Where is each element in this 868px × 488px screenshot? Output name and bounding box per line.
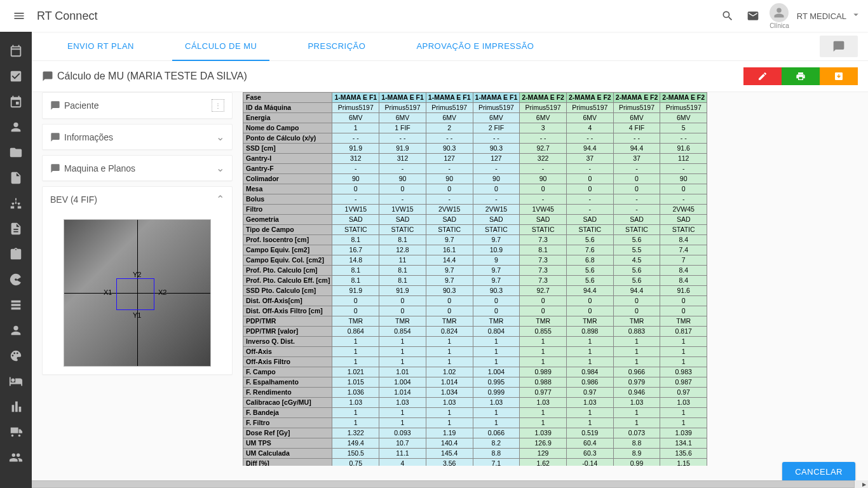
edit-button[interactable] bbox=[743, 67, 782, 85]
mail-icon[interactable] bbox=[740, 3, 766, 29]
table-row: Inverso Q. Dist.11111111 bbox=[243, 337, 707, 347]
row-header: Gantry-I bbox=[243, 154, 332, 164]
table-cell: 1.03 bbox=[473, 398, 520, 408]
table-cell: 1VW15 bbox=[332, 205, 379, 215]
sidebar-item-radiation[interactable] bbox=[0, 267, 32, 292]
export-button[interactable] bbox=[820, 67, 858, 85]
panel-informacoes[interactable]: Informações ⌄ bbox=[43, 125, 232, 149]
hamburger-icon[interactable] bbox=[6, 3, 32, 29]
table-cell: 1 bbox=[520, 408, 567, 418]
table-cell: 1-MAMA E F1 bbox=[473, 93, 520, 103]
sidebar-item-hierarchy[interactable] bbox=[0, 191, 32, 216]
row-header: Nome do Campo bbox=[243, 123, 332, 133]
table-cell: 0 bbox=[613, 306, 660, 316]
panel-maquina[interactable]: Maquina e Planos ⌄ bbox=[43, 156, 232, 180]
table-row: Dose Ref [Gy]1.3220.0931.190.0661.0390.5… bbox=[243, 428, 707, 438]
table-cell: 1 bbox=[520, 357, 567, 367]
row-header: UM Calculada bbox=[243, 449, 332, 459]
table-cell: Primus5197 bbox=[566, 103, 613, 113]
table-cell: 8.1 bbox=[332, 276, 379, 286]
panel-menu-icon[interactable]: ⋮ bbox=[212, 99, 224, 112]
search-icon[interactable] bbox=[715, 3, 740, 29]
sidebar-item-file[interactable] bbox=[0, 165, 32, 191]
tab-aprovacao[interactable]: APROVAÇÃO E IMPRESSÃO bbox=[391, 32, 559, 61]
table-cell: 1 bbox=[332, 337, 379, 347]
chevron-down-icon: ⌄ bbox=[216, 131, 224, 143]
avatar[interactable] bbox=[770, 3, 789, 22]
horizontal-scrollbar[interactable]: ◀ ▶ bbox=[0, 480, 868, 488]
table-cell: 1.004 bbox=[473, 367, 520, 377]
table-cell: 7.3 bbox=[520, 276, 567, 286]
scroll-thumb[interactable] bbox=[0, 480, 855, 488]
row-header: F. Espalhamento bbox=[243, 377, 332, 388]
row-header: UM TPS bbox=[243, 438, 332, 449]
row-header: PDP/TMR bbox=[243, 316, 332, 327]
sidebar-item-server[interactable] bbox=[0, 292, 32, 318]
sidebar-item-chart[interactable] bbox=[0, 394, 32, 419]
table-cell: 1 bbox=[332, 357, 379, 367]
table-cell: STATIC bbox=[520, 225, 567, 235]
tab-envio[interactable]: ENVIO RT PLAN bbox=[42, 32, 159, 61]
table-row: Tipo de CampoSTATICSTATICSTATICSTATICSTA… bbox=[243, 225, 707, 235]
message-icon bbox=[50, 163, 60, 173]
table-cell: TMR bbox=[613, 316, 660, 327]
scroll-right-icon[interactable]: ▶ bbox=[860, 480, 868, 488]
table-cell: - bbox=[426, 194, 473, 205]
table-cell: 1 bbox=[426, 337, 473, 347]
table-cell: 5.6 bbox=[566, 276, 613, 286]
table-cell: 0.864 bbox=[332, 327, 379, 337]
chevron-down-icon[interactable] bbox=[850, 9, 862, 23]
sidebar-item-truck[interactable] bbox=[0, 419, 32, 445]
table-cell: 1 bbox=[332, 408, 379, 418]
sidebar-item-document[interactable] bbox=[0, 216, 32, 241]
tab-prescricao[interactable]: PRESCRIÇÃO bbox=[282, 32, 391, 61]
table-cell: 312 bbox=[332, 154, 379, 164]
sidebar-item-person2[interactable] bbox=[0, 318, 32, 343]
sidebar-item-palette[interactable] bbox=[0, 343, 32, 369]
table-cell: 0.804 bbox=[473, 327, 520, 337]
print-button[interactable] bbox=[782, 67, 820, 85]
table-cell: 1.014 bbox=[426, 377, 473, 388]
table-cell: 1.01 bbox=[379, 367, 426, 377]
sidebar-item-person[interactable] bbox=[0, 114, 32, 140]
table-row: Prof. Pto. Calculo Eff. [cm]8.18.19.79.7… bbox=[243, 276, 707, 286]
sidebar-item-clipboard[interactable] bbox=[0, 241, 32, 267]
table-cell: 0.979 bbox=[613, 377, 660, 388]
table-cell: SAD bbox=[426, 215, 473, 225]
table-cell: 37 bbox=[613, 154, 660, 164]
panel-bev-label: BEV (4 FIF) bbox=[50, 194, 216, 205]
tab-calculo[interactable]: CÁLCULO DE MU bbox=[159, 32, 282, 61]
table-cell: 5.6 bbox=[613, 266, 660, 276]
table-cell: Primus5197 bbox=[332, 103, 379, 113]
sidebar-item-bed[interactable] bbox=[0, 369, 32, 394]
table-cell: - bbox=[520, 194, 567, 205]
row-header: F. Filtro bbox=[243, 418, 332, 428]
table-cell: 9.7 bbox=[473, 235, 520, 245]
table-cell: 1 bbox=[660, 357, 707, 367]
panel-paciente[interactable]: Paciente ⋮ bbox=[43, 93, 232, 118]
sidebar-item-event[interactable] bbox=[0, 89, 32, 114]
table-cell: TMR bbox=[520, 316, 567, 327]
table-cell: 16.1 bbox=[426, 245, 473, 255]
sidebar-item-calendar[interactable] bbox=[0, 38, 32, 64]
table-cell: 0.855 bbox=[520, 327, 567, 337]
table-cell: 0 bbox=[332, 296, 379, 306]
panel-bev[interactable]: BEV (4 FIF) ⌃ bbox=[43, 187, 232, 212]
table-cell: 92.7 bbox=[520, 144, 567, 154]
table-cell: 1 bbox=[660, 408, 707, 418]
comments-button[interactable] bbox=[820, 36, 858, 57]
panel-informacoes-label: Informações bbox=[64, 132, 216, 142]
table-cell: 1.004 bbox=[379, 377, 426, 388]
table-cell: 135.6 bbox=[660, 449, 707, 459]
row-header: Campo Equiv. [cm2] bbox=[243, 245, 332, 255]
row-header: F. Rendimento bbox=[243, 388, 332, 398]
sidebar-item-check[interactable] bbox=[0, 64, 32, 89]
table-cell: 1VW45 bbox=[520, 205, 567, 215]
sidebar-item-folder[interactable] bbox=[0, 140, 32, 165]
table-cell: 1 bbox=[426, 408, 473, 418]
table-cell: 90.3 bbox=[473, 286, 520, 296]
table-cell: 1 bbox=[332, 418, 379, 428]
sidebar-item-users[interactable] bbox=[0, 445, 32, 470]
table-cell: 0 bbox=[613, 184, 660, 194]
cancel-button[interactable]: CANCELAR bbox=[782, 462, 855, 482]
